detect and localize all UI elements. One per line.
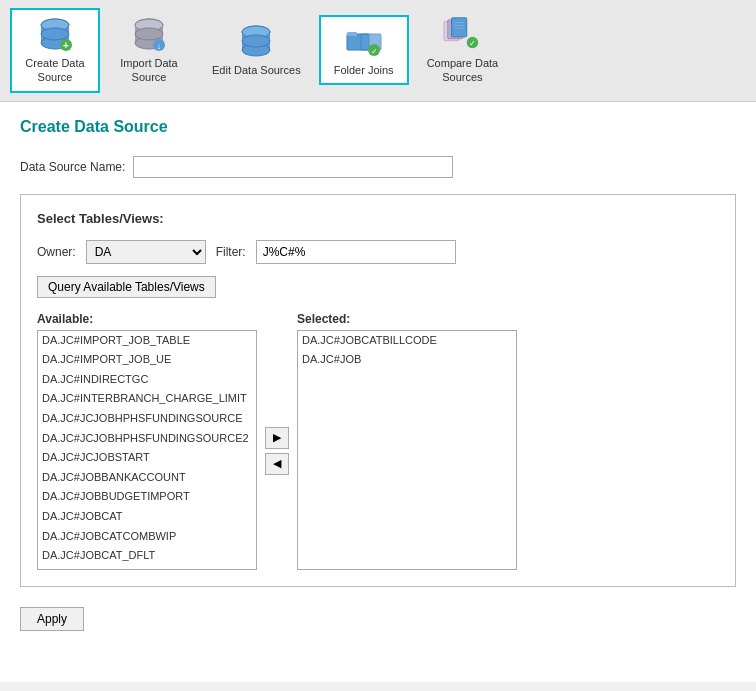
toolbar: + Create DataSource ↓ Import DataSource [0, 0, 756, 102]
filter-input[interactable] [256, 240, 456, 264]
list-item[interactable]: DA.JC#IMPORT_JOB_UE [38, 350, 256, 370]
list-item[interactable]: DA.JC#JOBCATCOMBWIP [38, 527, 256, 547]
select-tables-panel: Select Tables/Views: Owner: DA Filter: Q… [20, 194, 736, 587]
toolbar-import-label: Import DataSource [120, 56, 177, 85]
available-label: Available: [37, 312, 257, 326]
page-content: Create Data Source Data Source Name: Sel… [0, 102, 756, 682]
toolbar-import-datasource[interactable]: ↓ Import DataSource [104, 8, 194, 93]
list-item[interactable]: DA.JC#JCJOBHPHSFUNDINGSOURCE2 [38, 429, 256, 449]
owner-filter-row: Owner: DA Filter: [37, 240, 719, 264]
list-item[interactable]: DA.JC#JOBCAT_DFLT [38, 546, 256, 566]
list-item[interactable]: DA.JC#JOBCATBILLCODE [298, 331, 516, 351]
compare-datasources-icon: ✓ [442, 16, 482, 52]
datasource-name-label: Data Source Name: [20, 160, 133, 174]
apply-button[interactable]: Apply [20, 607, 84, 631]
arrow-buttons: ▶ ◀ [265, 427, 289, 475]
toolbar-edit-label: Edit Data Sources [212, 63, 301, 77]
move-right-button[interactable]: ▶ [265, 427, 289, 449]
svg-text:+: + [63, 40, 69, 51]
page-title: Create Data Source [20, 118, 736, 136]
panel-title: Select Tables/Views: [37, 211, 719, 226]
list-item[interactable]: DA.JC#INDIRECTGC [38, 370, 256, 390]
svg-text:✓: ✓ [370, 47, 377, 56]
selected-label: Selected: [297, 312, 517, 326]
toolbar-folder-joins[interactable]: ✓ Folder Joins [319, 15, 409, 85]
available-list[interactable]: DA.JC#IMPORT_JOB_TABLEDA.JC#IMPORT_JOB_U… [37, 330, 257, 570]
svg-point-4 [41, 28, 69, 40]
list-item[interactable]: DA.JC#JOBBUDGETIMPORT [38, 487, 256, 507]
svg-rect-26 [452, 18, 467, 37]
owner-label: Owner: [37, 245, 76, 259]
toolbar-compare-datasources[interactable]: ✓ Compare DataSources [413, 8, 513, 93]
toolbar-create-label: Create DataSource [25, 56, 84, 85]
toolbar-edit-datasources[interactable]: Edit Data Sources [198, 15, 315, 85]
query-tables-button[interactable]: Query Available Tables/Views [37, 276, 216, 298]
import-datasource-icon: ↓ [129, 16, 169, 52]
list-item[interactable]: DA.JC#INTERBRANCH_CHARGE_LIMIT [38, 389, 256, 409]
lists-container: Available: DA.JC#IMPORT_JOB_TABLEDA.JC#I… [37, 312, 719, 570]
toolbar-create-datasource[interactable]: + Create DataSource [10, 8, 100, 93]
datasource-name-input[interactable] [133, 156, 453, 178]
move-left-button[interactable]: ◀ [265, 453, 289, 475]
toolbar-compare-label: Compare DataSources [427, 56, 499, 85]
edit-datasources-icon [236, 23, 276, 59]
owner-select[interactable]: DA [86, 240, 206, 264]
svg-point-18 [242, 35, 270, 47]
folder-joins-icon: ✓ [344, 23, 384, 59]
toolbar-folder-label: Folder Joins [334, 63, 394, 77]
list-item[interactable]: DA.JC#JOB [298, 350, 516, 370]
list-item[interactable]: DA.JC#JCJOBHPHSFUNDINGSOURCE [38, 409, 256, 429]
list-item[interactable]: DA.JC#JOBBANKACCOUNT [38, 468, 256, 488]
list-item[interactable]: DA.JC#JOBCAT [38, 507, 256, 527]
datasource-name-row: Data Source Name: [20, 156, 736, 178]
svg-point-11 [135, 28, 163, 40]
list-item[interactable]: DA.JC#JOBCAT_SUMMARY [38, 566, 256, 570]
svg-rect-20 [347, 32, 357, 36]
selected-list[interactable]: DA.JC#JOBCATBILLCODEDA.JC#JOB [297, 330, 517, 570]
list-item[interactable]: DA.JC#JCJOBSTART [38, 448, 256, 468]
list-item[interactable]: DA.JC#IMPORT_JOB_TABLE [38, 331, 256, 351]
filter-label: Filter: [216, 245, 246, 259]
available-section: Available: DA.JC#IMPORT_JOB_TABLEDA.JC#I… [37, 312, 257, 570]
selected-section: Selected: DA.JC#JOBCATBILLCODEDA.JC#JOB [297, 312, 517, 570]
svg-text:↓: ↓ [157, 41, 162, 51]
apply-button-row: Apply [20, 587, 736, 631]
create-datasource-icon: + [35, 16, 75, 52]
query-button-row: Query Available Tables/Views [37, 276, 719, 312]
svg-text:✓: ✓ [469, 39, 476, 48]
